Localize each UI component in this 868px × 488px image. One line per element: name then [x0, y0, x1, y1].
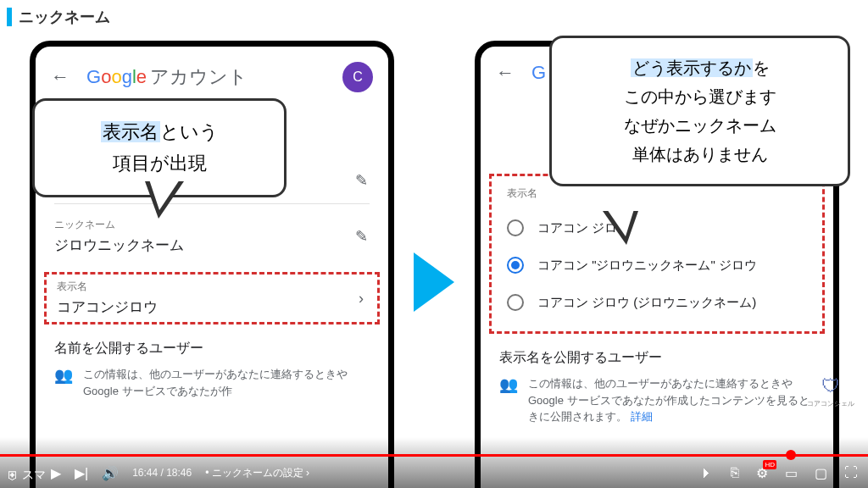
pencil-icon[interactable]: ✎ [355, 227, 368, 246]
page-title: ニックネーム [19, 7, 110, 27]
radio-label: コアコン ジロウ (ジロウニックネーム) [537, 295, 756, 311]
nickname-label: ニックネーム [54, 218, 370, 232]
volume-button[interactable]: 🔊 [102, 465, 119, 481]
slide-header: ニックネーム [7, 7, 110, 27]
callout-left: 表示名という 項目が出現 [32, 98, 287, 197]
display-name-options-highlight: 表示名 コアコン ジロウ コアコン "ジロウニックネーム" ジロウ コアコン ジ… [489, 174, 825, 334]
emblem-icon: 🛡 [807, 375, 854, 397]
pencil-icon[interactable]: ✎ [355, 171, 368, 190]
display-name-value: コアコンジロウ [57, 297, 367, 317]
progress-track[interactable] [0, 454, 868, 457]
people-icon: 👥 [54, 366, 73, 385]
radio-checked-icon [507, 257, 524, 274]
chevron-right-icon: › [359, 290, 364, 308]
radio-option-2[interactable]: コアコン "ジロウニックネーム" ジロウ [507, 247, 807, 284]
shield-icon: ⛨ [7, 469, 19, 482]
callout-right: どう表示するかを この中から選びます なぜかニックネーム 単体はありません [549, 36, 850, 186]
people-icon: 👥 [499, 375, 518, 394]
channel-name: コアコンシェル [807, 399, 854, 408]
visibility-section: 表示名を公開するユーザー 👥 この情報は、他のユーザーがあなたに連絡するときや … [481, 337, 833, 427]
chapter-title[interactable]: • ニックネームの設定 › [205, 466, 309, 480]
radio-option-1[interactable]: コアコン ジロウ [507, 209, 807, 247]
visibility-desc: この情報は、他のユーザーがあなたに連絡するときや Google サービスであなた… [528, 375, 815, 425]
header-accent [7, 8, 12, 26]
theater-button[interactable]: ▢ [815, 465, 827, 481]
app-header: ← Google アカウント C [36, 47, 388, 97]
play-button[interactable]: ▶ [51, 465, 61, 481]
captions-button[interactable]: ⎘ [731, 465, 739, 480]
display-name-label: 表示名 [57, 280, 367, 294]
display-name-label: 表示名 [507, 186, 807, 201]
radio-unchecked-icon [507, 219, 524, 236]
back-icon[interactable]: ← [496, 62, 515, 84]
visibility-section: 名前を公開するユーザー 👥 この情報は、他のユーザーがあなたに連絡するときや G… [36, 328, 388, 401]
back-icon[interactable]: ← [51, 66, 70, 88]
visibility-desc: この情報は、他のユーザーがあなたに連絡するときや Google サービスであなた… [83, 366, 370, 399]
google-logo: G [531, 62, 546, 84]
display-name-row-highlight[interactable]: 表示名 コアコンジロウ › [44, 272, 380, 324]
radio-option-3[interactable]: コアコン ジロウ (ジロウニックネーム) [507, 284, 807, 321]
nickname-row[interactable]: ニックネーム ジロウニックネーム ✎ [36, 204, 388, 269]
channel-watermark[interactable]: 🛡 コアコンシェル [807, 375, 854, 408]
account-label: アカウント [150, 64, 248, 90]
callout-highlight: どう表示するか [631, 58, 753, 77]
fullscreen-button[interactable]: ⛶ [844, 465, 858, 480]
next-button[interactable]: ▶| [75, 465, 88, 481]
avatar[interactable]: C [342, 62, 373, 92]
nickname-value: ジロウニックネーム [54, 236, 370, 255]
detail-link[interactable]: 詳細 [631, 410, 653, 423]
visibility-title: 名前を公開するユーザー [54, 340, 370, 358]
bubble-tail-icon [145, 186, 187, 229]
google-logo: Google [86, 66, 147, 88]
autoplay-toggle[interactable]: ⏵ [700, 465, 714, 480]
settings-button[interactable]: ⚙ [756, 465, 768, 481]
callout-highlight: 表示名 [101, 121, 160, 142]
radio-label: コアコン "ジロウニックネーム" ジロウ [537, 258, 757, 274]
arrow-right-icon [414, 252, 454, 312]
radio-unchecked-icon [507, 294, 524, 311]
video-player-bar: ⛨ スマ ▶ ▶| 🔊 16:44 / 18:46 • ニックネームの設定 › … [0, 458, 868, 488]
miniplayer-button[interactable]: ▭ [785, 465, 798, 481]
visibility-title: 表示名を公開するユーザー [499, 349, 815, 367]
slide-area: ← Google アカウント C コン ジロウ ✎ ニックネーム ジロウニックネ… [0, 32, 868, 463]
time-display: 16:44 / 18:46 [132, 467, 192, 479]
brand-corner: ⛨ スマ [7, 468, 46, 483]
